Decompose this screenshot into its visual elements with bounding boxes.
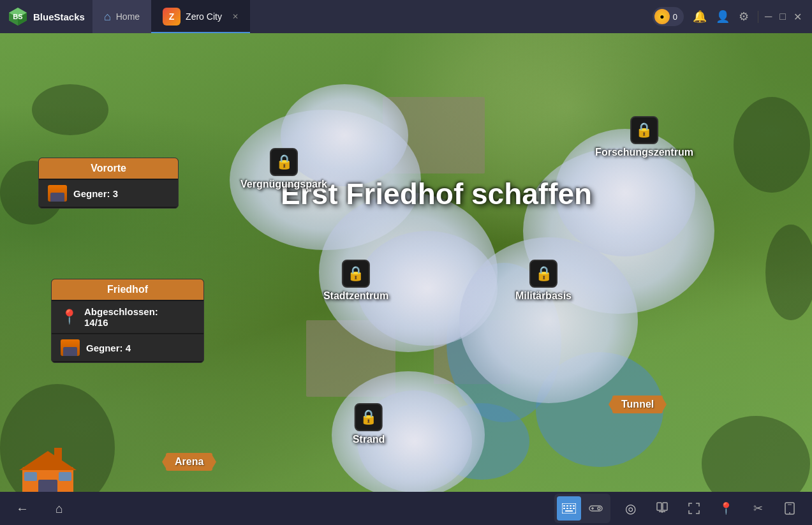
taskbar-right: ◎ 📍: [554, 494, 802, 523]
taskbar-left: ← ⌂: [10, 496, 71, 521]
coin-badge: ● 0: [653, 7, 684, 26]
camera-button[interactable]: ◎: [618, 496, 642, 521]
svg-text:BS: BS: [13, 13, 22, 20]
tunnel-label: Tunnel: [612, 396, 663, 413]
user-icon[interactable]: 👤: [716, 10, 730, 24]
vergnuegungspark-marker[interactable]: 🔒 Vergnügungspark: [240, 148, 327, 190]
gamepad-icon: [589, 503, 603, 514]
strand-label: Strand: [353, 434, 385, 445]
zuhause-icon: [19, 448, 77, 499]
militaerbasis-marker[interactable]: 🔒 Militärbasis: [515, 260, 572, 302]
arena-label: Arena: [166, 453, 212, 471]
svg-rect-17: [566, 508, 568, 509]
militaerbasis-lock: 🔒: [529, 260, 557, 288]
location-icon: 📍: [719, 501, 733, 515]
gamepad-button[interactable]: [584, 496, 608, 521]
svg-rect-27: [663, 503, 667, 510]
device-mirror-button[interactable]: [650, 496, 674, 521]
friedhof-header: Friedhof: [52, 279, 203, 300]
title-bar: BS BlueStacks ⌂ Home Z Zero City ✕ ● 0 🔔…: [0, 0, 812, 33]
phone-button[interactable]: [778, 496, 802, 521]
vergnuegungspark-label: Vergnügungspark: [240, 179, 327, 190]
minimize-button[interactable]: ─: [765, 11, 772, 22]
svg-rect-13: [566, 505, 568, 507]
camera-icon: ◎: [625, 501, 636, 516]
home-tab[interactable]: ⌂ Home: [92, 0, 151, 33]
svg-point-32: [789, 512, 790, 514]
vororte-header: Vororte: [39, 158, 178, 179]
fullscreen-button[interactable]: [682, 496, 706, 521]
svg-rect-19: [573, 508, 575, 509]
svg-rect-8: [24, 472, 37, 481]
vororte-opponents-row: Gegner: 3: [39, 180, 178, 207]
svg-marker-6: [19, 451, 77, 470]
taskbar-group-1: [554, 494, 610, 523]
back-button[interactable]: ←: [10, 496, 34, 521]
friedhof-opponents-row: Gegner: 4: [52, 334, 203, 361]
stadtzentrum-lock: 🔒: [342, 260, 370, 288]
game-tab-icon: Z: [163, 8, 181, 26]
scissors-icon: ✂: [753, 501, 763, 515]
forschungszentrum-label: Forschungszentrum: [595, 147, 693, 158]
forschungszentrum-lock: 🔒: [630, 116, 658, 144]
svg-rect-10: [54, 448, 62, 462]
svg-rect-26: [657, 503, 661, 510]
settings-icon[interactable]: ⚙: [739, 10, 749, 24]
friedhof-completed-label: Abgeschlossen:: [84, 306, 158, 317]
svg-rect-12: [563, 505, 565, 507]
terrain-4: [734, 97, 810, 193]
garage-icon: [48, 185, 67, 202]
coin-count: 0: [673, 12, 677, 22]
friedhof-garage-icon: [61, 339, 80, 356]
pin-icon: 📍: [61, 309, 78, 325]
home-tab-label: Home: [116, 11, 140, 22]
home-icon: ⌂: [104, 10, 111, 24]
svg-rect-9: [59, 472, 71, 481]
close-button[interactable]: ✕: [794, 11, 802, 23]
svg-point-23: [598, 507, 600, 510]
forschungszentrum-marker[interactable]: 🔒 Forschungszentrum: [595, 116, 693, 158]
maximize-button[interactable]: □: [779, 11, 786, 22]
titlebar-controls: ● 0 🔔 👤 ⚙ ─ □ ✕: [653, 7, 812, 26]
bluestacks-logo: BS BlueStacks: [0, 6, 92, 27]
strand-lock: 🔒: [355, 403, 383, 431]
game-tab[interactable]: Z Zero City ✕: [151, 0, 250, 33]
arena-container[interactable]: Arena: [166, 453, 212, 471]
friedhof-opponents: Gegner: 4: [86, 343, 131, 353]
app-name: BlueStacks: [33, 11, 85, 22]
friedhof-completed-value: 14/16: [84, 317, 158, 328]
friedhof-completed-row: 📍 Abgeschlossen: 14/16: [52, 301, 203, 333]
close-tab-icon[interactable]: ✕: [232, 12, 239, 21]
svg-rect-18: [570, 508, 572, 509]
terrain-1: [32, 84, 108, 135]
svg-rect-14: [570, 505, 572, 507]
device-mirror-icon: [656, 502, 668, 515]
svg-rect-16: [563, 508, 565, 509]
strand-marker[interactable]: 🔒 Strand: [353, 403, 385, 445]
svg-rect-15: [573, 505, 575, 507]
home-button[interactable]: ⌂: [47, 496, 71, 521]
home-icon: ⌂: [55, 501, 63, 516]
coin-icon: ●: [654, 9, 670, 24]
vergnuegungspark-lock: 🔒: [270, 148, 298, 176]
keyboard-icon: [562, 503, 576, 514]
fullscreen-icon: [688, 502, 700, 515]
stadtzentrum-label: Stadtzentrum: [323, 290, 388, 302]
scissors-button[interactable]: ✂: [746, 496, 770, 521]
game-tab-label: Zero City: [186, 11, 222, 22]
vororte-opponents: Gegner: 3: [73, 188, 118, 199]
stadtzentrum-marker[interactable]: 🔒 Stadtzentrum: [323, 260, 388, 302]
window-controls: ─ □ ✕: [758, 11, 802, 23]
phone-icon: [785, 502, 795, 515]
taskbar: ← ⌂: [0, 492, 812, 525]
location-button[interactable]: 📍: [714, 496, 738, 521]
terrain-5: [765, 225, 812, 320]
svg-rect-20: [565, 510, 573, 512]
back-icon: ←: [16, 501, 29, 516]
keyboard-toggle-button[interactable]: [557, 496, 581, 521]
notification-icon[interactable]: 🔔: [693, 10, 707, 24]
tunnel-container[interactable]: Tunnel: [612, 396, 663, 413]
militaerbasis-label: Militärbasis: [515, 290, 572, 302]
game-area[interactable]: Erst Friedhof schaffen Vororte Gegner: 3…: [0, 33, 812, 525]
